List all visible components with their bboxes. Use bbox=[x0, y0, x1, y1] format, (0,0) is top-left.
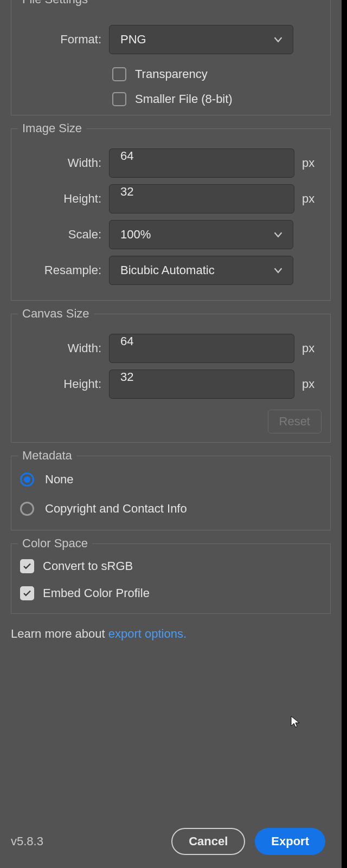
legend-color-space: Color Space bbox=[18, 536, 92, 550]
dropdown-format-value: PNG bbox=[120, 33, 146, 47]
label-format: Format: bbox=[20, 33, 101, 47]
unit-image-height: px bbox=[302, 192, 322, 206]
input-canvas-width[interactable]: 64 bbox=[109, 334, 294, 363]
unit-image-width: px bbox=[302, 156, 322, 170]
legend-file-settings: File Settings bbox=[18, 0, 92, 7]
checkbox-row-embed-profile[interactable]: Embed Color Profile bbox=[20, 586, 322, 600]
label-transparency: Transparency bbox=[135, 67, 208, 81]
dropdown-image-scale[interactable]: 100% bbox=[109, 220, 293, 249]
learn-more-prefix: Learn more about bbox=[11, 627, 108, 640]
link-export-options[interactable]: export options. bbox=[108, 627, 187, 640]
input-image-width[interactable]: 64 bbox=[109, 148, 294, 178]
label-version: v5.8.3 bbox=[11, 834, 43, 848]
input-canvas-height[interactable]: 32 bbox=[109, 370, 294, 399]
chevron-down-icon bbox=[272, 34, 284, 46]
checkbox-row-smaller-file[interactable]: Smaller File (8-bit) bbox=[112, 92, 322, 106]
value-canvas-height: 32 bbox=[120, 370, 133, 384]
label-metadata-copyright: Copyright and Contact Info bbox=[45, 502, 187, 516]
label-canvas-height: Height: bbox=[20, 377, 101, 391]
radio-metadata-copyright[interactable] bbox=[20, 502, 34, 516]
label-canvas-width: Width: bbox=[20, 341, 101, 355]
radio-metadata-none[interactable] bbox=[20, 472, 34, 487]
input-image-height[interactable]: 32 bbox=[109, 184, 294, 213]
label-image-width: Width: bbox=[20, 156, 101, 170]
checkbox-row-convert-srgb[interactable]: Convert to sRGB bbox=[20, 559, 322, 573]
value-canvas-width: 64 bbox=[120, 334, 133, 348]
checkbox-smaller-file[interactable] bbox=[112, 92, 126, 106]
dropdown-format[interactable]: PNG bbox=[109, 25, 293, 54]
checkbox-convert-srgb[interactable] bbox=[20, 559, 34, 573]
legend-image-size: Image Size bbox=[18, 121, 86, 135]
checkbox-row-transparency[interactable]: Transparency bbox=[112, 67, 322, 81]
legend-metadata: Metadata bbox=[18, 449, 76, 463]
button-canvas-reset[interactable]: Reset bbox=[268, 410, 322, 433]
chevron-down-icon bbox=[272, 264, 284, 276]
legend-canvas-size: Canvas Size bbox=[18, 307, 94, 321]
value-image-width: 64 bbox=[120, 149, 133, 163]
radio-row-metadata-none[interactable]: None bbox=[20, 472, 322, 487]
chevron-down-icon bbox=[272, 229, 284, 241]
group-color-space: Color Space Convert to sRGB Embed Color … bbox=[11, 543, 331, 614]
label-image-height: Height: bbox=[20, 192, 101, 206]
label-metadata-none: None bbox=[45, 472, 74, 487]
group-image-size: Image Size Width: 64 px Height: 32 px Sc… bbox=[11, 128, 331, 301]
label-image-scale: Scale: bbox=[20, 228, 101, 242]
group-file-settings: File Settings Format: PNG Transparency S… bbox=[11, 0, 331, 115]
button-export[interactable]: Export bbox=[255, 828, 325, 855]
label-embed-profile: Embed Color Profile bbox=[43, 586, 150, 600]
value-image-resample: Bicubic Automatic bbox=[120, 263, 215, 277]
value-image-scale: 100% bbox=[120, 228, 151, 242]
cursor-icon bbox=[290, 715, 303, 728]
unit-canvas-height: px bbox=[302, 377, 322, 391]
checkbox-transparency[interactable] bbox=[112, 67, 126, 81]
group-canvas-size: Canvas Size Width: 64 px Height: 32 px R… bbox=[11, 314, 331, 443]
checkbox-embed-profile[interactable] bbox=[20, 586, 34, 600]
footer: v5.8.3 Cancel Export bbox=[11, 828, 325, 855]
group-metadata: Metadata None Copyright and Contact Info bbox=[11, 456, 331, 530]
label-convert-srgb: Convert to sRGB bbox=[43, 559, 133, 573]
dropdown-image-resample[interactable]: Bicubic Automatic bbox=[109, 256, 293, 285]
learn-more-text: Learn more about export options. bbox=[11, 627, 331, 641]
value-image-height: 32 bbox=[120, 185, 133, 198]
label-smaller-file: Smaller File (8-bit) bbox=[135, 92, 233, 106]
unit-canvas-width: px bbox=[302, 341, 322, 355]
radio-row-metadata-copyright[interactable]: Copyright and Contact Info bbox=[20, 502, 322, 516]
button-cancel[interactable]: Cancel bbox=[171, 828, 245, 855]
label-image-resample: Resample: bbox=[20, 263, 101, 277]
export-panel: File Settings Format: PNG Transparency S… bbox=[0, 0, 347, 868]
